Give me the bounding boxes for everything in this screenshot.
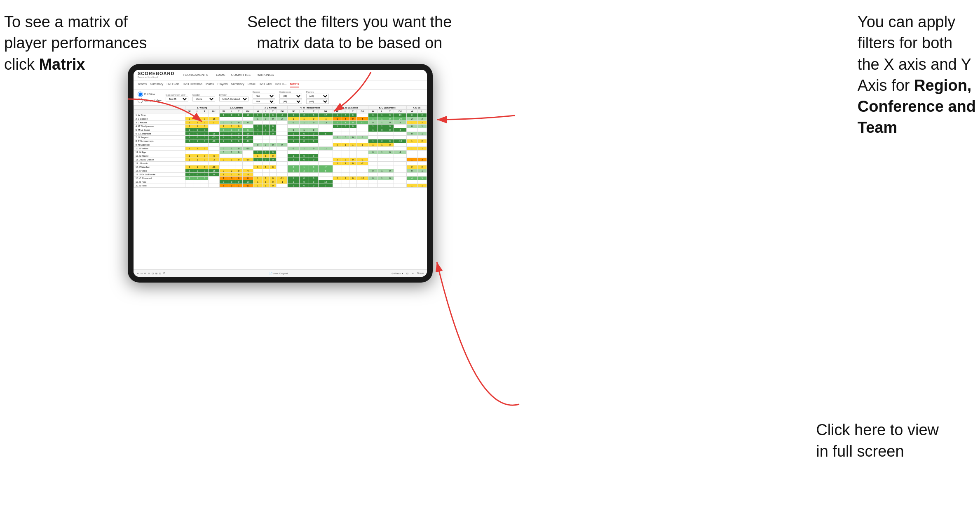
matrix-cell: 1 [342,162,349,165]
matrix-cell [208,180,219,184]
toolbar-right[interactable]: ⊙ Watch ▾ ⊡ ✂ Share [392,272,424,275]
tab-teams[interactable]: Teams [138,82,147,87]
tab-players[interactable]: Players [217,82,227,87]
gender-select[interactable]: Men's [192,97,215,101]
tab-matrix-active[interactable]: Matrix [290,82,299,87]
matrix-cell: 0 [262,128,269,132]
view-original[interactable]: 📄 View: Original [269,272,288,275]
matrix-cell [342,132,349,136]
matrix-cell: 0 [333,121,342,125]
player-name-cell: 5. M La Sasso [134,128,185,132]
matrix-cell: 1 [185,128,194,132]
nav-rankings[interactable]: RANKINGS [257,73,274,77]
matrix-cell: -13 [394,139,406,143]
nav-committee[interactable]: COMMITTEE [231,73,251,77]
matrix-cell: 1 [299,147,309,151]
player-name-cell: 13. J Skov Olesen [134,158,185,162]
matrix-cell [185,184,194,188]
tab-matrix[interactable]: Matrix [206,82,214,87]
matrix-area[interactable]: 1. W Ding 2. L Clanton 3. J Koivun 4. M … [134,106,427,269]
player-name-cell: 18. C Sherwood [134,177,185,180]
tab-h2h-grid[interactable]: H2H Grid [166,82,179,87]
conference-select-2[interactable]: (All) [279,99,302,104]
matrix-cell: 1 [253,165,262,169]
matrix-cell [394,147,406,151]
player-name-cell: 2. L Clanton [134,117,185,121]
matrix-cell: 0 [228,180,235,184]
tab-summary2[interactable]: Summary [231,82,244,87]
matrix-cell [201,113,208,117]
matrix-cell: 0 [406,125,417,128]
matrix-cell: 0 [309,139,319,143]
matrix-cell [208,113,219,117]
matrix-cell [242,143,253,147]
matrix-cell [378,154,386,158]
matrix-cell: 1 [194,158,201,162]
matrix-cell [333,128,342,132]
matrix-cell: -15 [208,136,219,139]
tab-h2h-h[interactable]: H2H H... [275,82,287,87]
matrix-cell [417,180,427,184]
matrix-cell [368,184,378,188]
matrix-cell: 0 [309,117,319,121]
matrix-cell: 1 [333,113,342,117]
matrix-cell: 1 [288,184,299,188]
annotation-top-center: Select the filters you want the matrix d… [247,12,452,54]
matrix-cell [349,180,356,184]
matrix-cell: 0 [270,165,277,169]
table-row: 2. L Clanton210-161002110-1130-6110-2422 [134,117,427,121]
matrix-cell: 1 [194,121,201,125]
tab-detail[interactable]: Detail [248,82,256,87]
matrix-cell: 0 [262,158,269,162]
division-select[interactable]: NCAA Division I [219,97,249,101]
matrix-cell: 1 [194,117,201,121]
player-name-cell: 9. N Gabrelcik [134,143,185,147]
matrix-cell: 1 [253,158,262,162]
matrix-cell: 1 [262,154,269,158]
tab-summary[interactable]: Summary [150,82,163,87]
matrix-cell [417,136,427,139]
matrix-cell [378,173,386,177]
max-players-select[interactable]: Top 25 [166,97,188,101]
matrix-cell: 1 [333,162,342,165]
matrix-cell [277,139,288,143]
conference-select-1[interactable]: (All) [279,94,302,99]
nav-teams[interactable]: TEAMS [214,73,225,77]
matrix-cell: 0 [270,113,277,117]
region-select-2[interactable]: N/A [253,99,275,104]
players-select-2[interactable]: (All) [306,99,329,104]
matrix-cell: 0 [406,132,417,136]
toolbar-left-icons[interactable]: ↩ ↪ ⟳ ⊕ ⊡ ⊞ ⊟ ⏱ [137,272,165,275]
matrix-cell [208,128,219,132]
full-view-radio[interactable]: Full View [138,92,162,97]
matrix-cell [356,154,368,158]
matrix-cell: 1 [288,158,299,162]
players-select-1[interactable]: (All) [306,94,329,99]
matrix-cell: 1 [288,139,299,143]
matrix-cell: 2 [406,117,417,121]
scoreboard-logo: SCOREBOARD Powered by clippd [138,71,174,78]
matrix-cell: 1 [349,143,356,147]
matrix-cell: 1 [262,177,269,180]
matrix-cell: 13 [319,121,333,125]
matrix-cell [309,151,319,154]
matrix-cell [349,154,356,158]
matrix-cell: 0 [270,180,277,184]
region-select-1[interactable]: N/A [253,94,275,99]
matrix-cell [262,162,269,165]
matrix-cell: 1 [299,121,309,125]
tab-h2h-heatmap[interactable]: H2H Heatmap [183,82,202,87]
matrix-cell: 1 [378,143,386,147]
matrix-cell: 1 [288,154,299,158]
matrix-cell: 0 [235,136,242,139]
matrix-cell: 0 [201,139,208,143]
tab-h2h-grid2[interactable]: H2H Grid [259,82,272,87]
matrix-cell [253,173,262,177]
matrix-cell [386,132,394,136]
nav-tournaments[interactable]: TOURNAMENTS [183,73,208,77]
matrix-cell [394,173,406,177]
matrix-cell: 0 [349,121,356,125]
matrix-cell: 0 [270,158,277,162]
matrix-cell [394,143,406,147]
compact-view-radio[interactable]: Compact View [138,98,162,103]
